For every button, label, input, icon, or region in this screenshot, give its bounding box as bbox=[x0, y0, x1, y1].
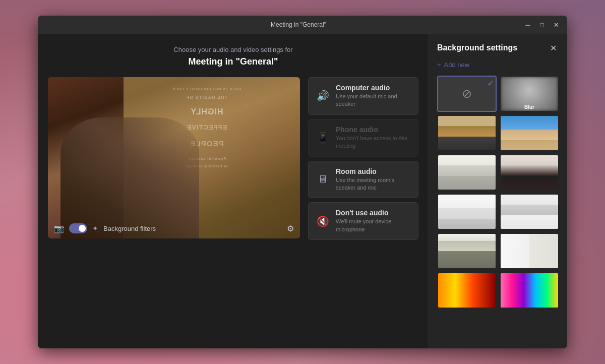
selected-checkmark: ✓ bbox=[487, 79, 494, 88]
audio-option-computer[interactable]: 🔊 Computer audio Use your default mic an… bbox=[308, 77, 418, 115]
video-preview: OVER 25 MILLION COPIES SOLD THE HABITS O… bbox=[48, 77, 300, 238]
no-audio-icon: 🔇 bbox=[316, 215, 330, 227]
left-panel: Choose your audio and video settings for… bbox=[38, 34, 429, 348]
computer-audio-icon: 🔊 bbox=[316, 90, 330, 102]
bg-thumb-beach[interactable] bbox=[500, 115, 559, 151]
no-audio-title: Don't use audio bbox=[336, 209, 411, 217]
title-bar: Meeting in "General" ─ □ ✕ bbox=[38, 16, 567, 34]
window-title: Meeting in "General" bbox=[74, 21, 523, 28]
no-bg-icon: ⊘ bbox=[462, 87, 472, 101]
bg-thumb-room2[interactable] bbox=[500, 154, 559, 191]
thumb-room1-inner bbox=[438, 155, 496, 190]
bg-thumb-white2[interactable] bbox=[500, 233, 559, 269]
background-grid: ⊘ ✓ Blur bbox=[437, 76, 559, 309]
bg-thumb-gradient1[interactable] bbox=[437, 272, 497, 309]
phone-audio-desc: You don't have access to this meeting bbox=[336, 135, 411, 150]
computer-audio-desc: Use your default mic and speaker bbox=[336, 93, 411, 108]
phone-audio-icon: 📱 bbox=[316, 132, 330, 144]
bg-settings-close-button[interactable]: ✕ bbox=[547, 42, 559, 54]
room-audio-icon: 🖥 bbox=[316, 173, 330, 185]
phone-audio-title: Phone audio bbox=[336, 126, 411, 134]
audio-option-none[interactable]: 🔇 Don't use audio We'll mute your device… bbox=[308, 202, 418, 240]
thumb-room2-inner bbox=[501, 155, 558, 190]
close-button[interactable]: ✕ bbox=[551, 20, 561, 30]
video-scene: OVER 25 MILLION COPIES SOLD THE HABITS O… bbox=[48, 77, 300, 238]
maximize-button[interactable]: □ bbox=[537, 20, 547, 30]
thumb-gradient2-inner bbox=[501, 273, 558, 308]
audio-option-phone: 📱 Phone audio You don't have access to t… bbox=[308, 119, 418, 157]
camera-toggle[interactable] bbox=[69, 223, 87, 233]
thumb-beach-inner bbox=[501, 116, 558, 150]
thumb-studio-inner bbox=[501, 195, 558, 229]
background-settings-panel: Background settings ✕ + Add new ⊘ ✓ bbox=[429, 34, 567, 348]
thumb-white2-inner bbox=[501, 234, 558, 268]
meeting-header: Choose your audio and video settings for… bbox=[173, 46, 292, 67]
phone-audio-text: Phone audio You don't have access to thi… bbox=[336, 126, 411, 150]
thumb-office1-inner bbox=[438, 116, 496, 150]
minimize-button[interactable]: ─ bbox=[523, 20, 533, 30]
bg-thumb-room1[interactable] bbox=[437, 154, 497, 191]
add-new-button[interactable]: + Add new bbox=[437, 61, 559, 69]
bg-thumb-none[interactable]: ⊘ ✓ bbox=[437, 76, 497, 112]
meeting-subtitle: Choose your audio and video settings for bbox=[173, 46, 292, 53]
bg-thumb-modern[interactable] bbox=[437, 233, 497, 269]
no-audio-desc: We'll mute your device microphone bbox=[336, 218, 411, 233]
bg-thumb-blur[interactable]: Blur bbox=[500, 76, 559, 112]
room-audio-text: Room audio Use the meeting room's speake… bbox=[336, 167, 411, 192]
settings-button[interactable]: ⚙ bbox=[287, 224, 294, 233]
add-icon: + bbox=[437, 61, 441, 69]
center-area: OVER 25 MILLION COPIES SOLD THE HABITS O… bbox=[48, 77, 418, 240]
video-controls: 📷 ✦ Background filters ⚙ bbox=[54, 223, 294, 233]
audio-options: 🔊 Computer audio Use your default mic an… bbox=[308, 77, 418, 240]
add-new-label: Add new bbox=[444, 61, 470, 69]
bg-settings-header: Background settings ✕ bbox=[437, 42, 559, 54]
meeting-title: Meeting in "General" bbox=[173, 56, 292, 67]
no-audio-text: Don't use audio We'll mute your device m… bbox=[336, 209, 411, 233]
computer-audio-text: Computer audio Use your default mic and … bbox=[336, 84, 411, 108]
sparkles-icon: ✦ bbox=[92, 224, 98, 232]
thumb-gradient1-inner bbox=[438, 273, 496, 308]
camera-icon[interactable]: 📷 bbox=[54, 224, 64, 233]
thumb-white-room-inner bbox=[438, 195, 496, 229]
bg-settings-title: Background settings bbox=[437, 43, 517, 52]
bg-thumb-studio[interactable] bbox=[500, 194, 559, 230]
main-content: Choose your audio and video settings for… bbox=[38, 34, 567, 348]
computer-audio-title: Computer audio bbox=[336, 84, 411, 92]
bg-thumb-office1[interactable] bbox=[437, 115, 497, 151]
bg-filters-label[interactable]: Background filters bbox=[103, 225, 156, 232]
bg-filters-text: Background filters bbox=[103, 225, 156, 232]
video-controls-left: 📷 ✦ Background filters bbox=[54, 223, 156, 233]
thumb-modern-inner bbox=[438, 234, 496, 268]
app-window: Meeting in "General" ─ □ ✕ Choose your a… bbox=[38, 16, 567, 348]
audio-option-room[interactable]: 🖥 Room audio Use the meeting room's spea… bbox=[308, 161, 418, 199]
bg-thumb-white-room[interactable] bbox=[437, 194, 497, 230]
title-bar-controls: ─ □ ✕ bbox=[523, 20, 561, 30]
blur-label: Blur bbox=[501, 104, 558, 110]
video-inner: OVER 25 MILLION COPIES SOLD THE HABITS O… bbox=[48, 77, 300, 238]
bg-thumb-gradient2[interactable] bbox=[500, 272, 559, 309]
room-audio-title: Room audio bbox=[336, 167, 411, 175]
toggle-knob bbox=[79, 225, 86, 232]
room-audio-desc: Use the meeting room's speaker and mic bbox=[336, 176, 411, 192]
